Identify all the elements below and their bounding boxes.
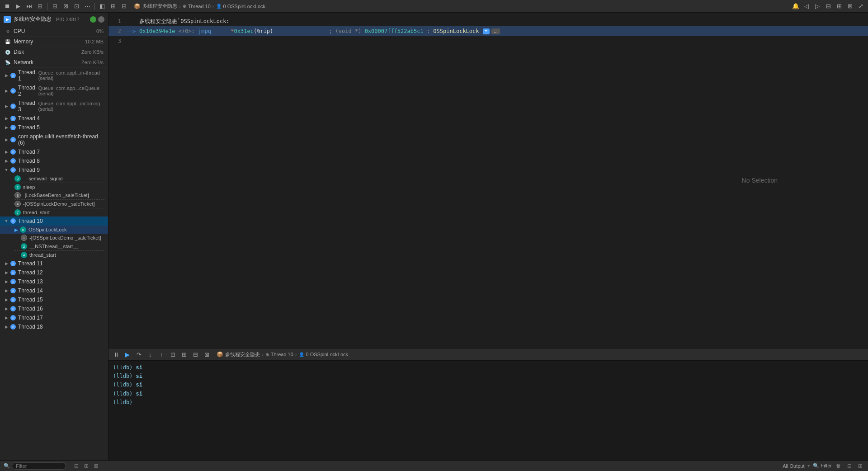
layout-icon-r1[interactable]: ⊟ xyxy=(845,462,854,470)
breadcrumb-frame[interactable]: 0 OSSpinLockLock xyxy=(223,4,266,9)
memory-value: 10.2 MB xyxy=(85,39,104,44)
trash-icon[interactable]: 🗑 xyxy=(835,462,843,470)
toolbar-btn-5[interactable]: ⊟ xyxy=(50,2,59,11)
dbg-continue[interactable]: ▶ xyxy=(123,349,132,359)
dbg-sep-1: › xyxy=(262,352,264,357)
thread9-frame-4[interactable]: 4 -[OSSpinLockDemo _saleTicket] xyxy=(0,200,108,208)
prompt-4: (lldb) xyxy=(113,391,136,397)
dbg-breadcrumb-thread[interactable]: Thread 10 xyxy=(271,352,293,357)
active-arrow: ▶ xyxy=(14,227,18,232)
console-line-4: (lldb) si xyxy=(113,390,863,398)
thread-item-6[interactable]: ▶ 8 com.apple.uikit.eventfetch-thread (6… xyxy=(0,132,108,147)
toolbar-btn-9[interactable]: ◧ xyxy=(98,2,107,11)
thread10-frame-1[interactable]: 1 -[OSSpinLockDemo _saleTicket] xyxy=(0,234,108,242)
thread9-frame-7[interactable]: 7 thread_start xyxy=(0,208,108,217)
thread-item-16[interactable]: ▶ 8 Thread 16 xyxy=(0,304,108,313)
dbg-watch[interactable]: ⊟ xyxy=(190,349,200,359)
thread-item-4[interactable]: ▶ 8 Thread 4 xyxy=(0,114,108,123)
thread-item-17[interactable]: ▶ 8 Thread 17 xyxy=(0,313,108,322)
dbg-share[interactable]: ⊞ xyxy=(179,349,189,359)
toolbar-layout-3[interactable]: ⊠ xyxy=(845,2,854,11)
thread-item-7[interactable]: ▶ 8 Thread 7 xyxy=(0,147,108,156)
dbg-step-into[interactable]: ↓ xyxy=(145,349,155,359)
toolbar-btn-11[interactable]: ⊟ xyxy=(119,2,128,11)
expand-icon-13: ▶ xyxy=(4,279,9,284)
toolbar-window[interactable]: ⤢ xyxy=(856,2,865,11)
layout-icon-r2[interactable]: ⊞ xyxy=(856,462,864,470)
expand-icon-15: ▶ xyxy=(4,297,9,302)
stats-memory[interactable]: 💾 Memory 10.2 MB xyxy=(0,37,108,47)
thread-item-18[interactable]: ▶ 8 Thread 18 xyxy=(0,322,108,331)
thread-item-12[interactable]: ▶ 8 Thread 12 xyxy=(0,268,108,277)
view-icon-2[interactable]: ⊞ xyxy=(82,462,90,470)
thread-item-14[interactable]: ▶ 8 Thread 14 xyxy=(0,286,108,295)
expand-icon-17: ▶ xyxy=(4,315,9,320)
thread9-frame-3[interactable]: 3 -[LockBaseDemo _saleTicket] xyxy=(0,191,108,199)
thread-item-15[interactable]: ▶ 8 Thread 15 xyxy=(0,295,108,304)
breadcrumb-thread[interactable]: Thread 10 xyxy=(188,4,211,9)
cpu-value: 0% xyxy=(96,28,104,34)
stats-disk[interactable]: 💿 Disk Zero KB/s xyxy=(0,47,108,57)
thread10-frame-0[interactable]: ▶ 0 OSSpinLockLock xyxy=(0,226,108,234)
view-icon-1[interactable]: ⊟ xyxy=(72,462,80,470)
thread-name-14: Thread 14 xyxy=(18,287,43,294)
thread9-frame-0[interactable]: 0 __semwait_signal xyxy=(0,174,108,183)
code-view[interactable]: 1 多线程安全隐患`OSSpinLockLock: 2 --> 0x10e394… xyxy=(108,13,868,348)
toolbar-btn-8[interactable]: ⋯ xyxy=(83,2,92,11)
expand-icon-18: ▶ xyxy=(4,324,9,330)
toolbar-btn-4[interactable]: ⊞ xyxy=(35,2,44,11)
thread-item-10[interactable]: ▼ 8 Thread 10 xyxy=(0,217,108,226)
thread-item-1[interactable]: ▶ 8 Thread 1 Queue: com.appl...in-thread… xyxy=(0,68,108,83)
filter-left-input[interactable] xyxy=(12,462,66,470)
thread-item-9[interactable]: ▼ 8 Thread 9 xyxy=(0,165,108,174)
process-btn-gray[interactable] xyxy=(98,16,104,23)
toolbar-btn-7[interactable]: ⊡ xyxy=(72,2,81,11)
thread-item-5[interactable]: ▶ 8 Thread 5 xyxy=(0,123,108,132)
thread10-frame-2[interactable]: 2 __NSThread__start__ xyxy=(0,242,108,250)
process-btn-green[interactable] xyxy=(90,16,96,23)
thread-item-3[interactable]: ▶ 8 Thread 3 Queue: com.appl...incoming … xyxy=(0,99,108,114)
toolbar-layout-1[interactable]: ⊟ xyxy=(824,2,833,11)
dbg-pause[interactable]: ⏸ xyxy=(111,349,121,359)
stats-cpu[interactable]: ⚙ CPU 0% xyxy=(0,26,108,37)
network-label: Network xyxy=(14,59,81,66)
thread-item-8[interactable]: ▶ 8 Thread 8 xyxy=(0,156,108,165)
thread-item-11[interactable]: ▶ 8 Thread 11 xyxy=(0,259,108,268)
toolbar-btn-6[interactable]: ⊠ xyxy=(61,2,70,11)
alert-icon[interactable]: 🔔 xyxy=(791,2,800,11)
thread-queue-1: Queue: com.appl...in-thread (serial) xyxy=(38,70,104,81)
thread-queue-2: Queue: com.app...ceQueue (serial) xyxy=(38,85,104,96)
dbg-breadcrumb-frame[interactable]: 0 OSSpinLockLock xyxy=(306,352,349,357)
thread-list: ▶ 8 Thread 1 Queue: com.appl...in-thread… xyxy=(0,68,108,460)
console-area[interactable]: (lldb) si (lldb) si (lldb) si (lldb) si … xyxy=(108,361,868,460)
toolbar-sep-1 xyxy=(47,3,47,10)
line-num-3: 3 xyxy=(108,38,127,44)
thread10-frame-4[interactable]: 4 thread_start xyxy=(0,251,108,259)
toolbar-btn-1[interactable]: ⏹ xyxy=(3,2,12,11)
badge-dots[interactable]: ... xyxy=(491,28,500,34)
stats-network[interactable]: 📡 Network Zero KB/s xyxy=(0,57,108,68)
badge-equal[interactable]: = xyxy=(483,28,490,34)
thread-item-13[interactable]: ▶ 8 Thread 13 xyxy=(0,277,108,286)
thread-name-1: Thread 1 xyxy=(18,69,37,82)
toolbar-nav-back[interactable]: ◁ xyxy=(802,2,811,11)
expand-icon-8: ▶ xyxy=(4,158,9,164)
code-line-1: 1 多线程安全隐患`OSSpinLockLock: xyxy=(108,16,868,26)
thread-circle-2: 8 xyxy=(10,88,16,94)
main-area: ▶ 多线程安全隐患 PID 34817 ⚙ CPU 0% 💾 Memory 10… xyxy=(0,13,868,460)
toolbar-btn-2[interactable]: ▶ xyxy=(14,2,23,11)
toolbar-btn-10[interactable]: ⊞ xyxy=(108,2,118,11)
line-num-1: 1 xyxy=(108,18,127,24)
thread9-frame-2[interactable]: 2 sleep xyxy=(0,183,108,191)
dbg-step-out[interactable]: ↑ xyxy=(156,349,166,359)
dbg-view[interactable]: ⊡ xyxy=(168,349,178,359)
code-space xyxy=(214,28,227,34)
thread-item-2[interactable]: ▶ 8 Thread 2 Queue: com.app...ceQueue (s… xyxy=(0,83,108,99)
dbg-inspect[interactable]: ⊠ xyxy=(202,349,212,359)
dbg-step-over[interactable]: ↷ xyxy=(134,349,144,359)
toolbar-nav-fwd[interactable]: ▷ xyxy=(813,2,822,11)
toolbar-btn-3[interactable]: ⏭ xyxy=(24,2,33,11)
prompt-2: (lldb) xyxy=(113,373,136,379)
toolbar-layout-2[interactable]: ⊞ xyxy=(835,2,844,11)
view-icon-3[interactable]: ⊠ xyxy=(92,462,100,470)
